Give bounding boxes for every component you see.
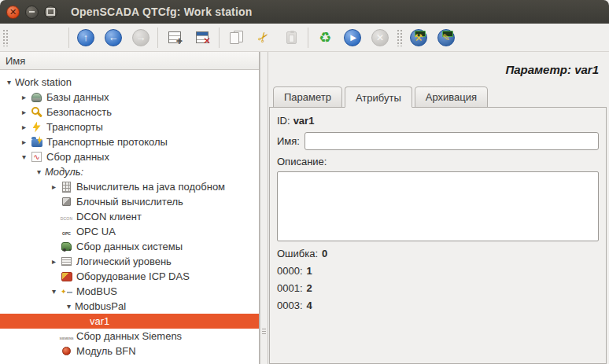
tree-item-label: OPC UA xyxy=(76,226,116,237)
tree-item[interactable]: ▸Логический уровень xyxy=(0,254,259,269)
add-item-button[interactable] xyxy=(164,27,186,49)
tree-item-label: Блочный вычислитель xyxy=(76,196,183,208)
splitter-handle[interactable] xyxy=(260,52,268,364)
tab-2[interactable]: Архивация xyxy=(415,86,488,108)
tab-0[interactable]: Параметр xyxy=(273,86,342,108)
tree-item[interactable]: Модуль BFN xyxy=(0,344,259,358)
siemens-icon-slot xyxy=(60,330,73,343)
tree-item[interactable]: ▾ModBUS xyxy=(0,284,259,299)
data-acquisition-icon-slot xyxy=(30,151,43,164)
close-button[interactable]: ✕ xyxy=(6,6,20,19)
tree-item[interactable]: ▸Транспорты xyxy=(0,119,259,134)
navigation-tree-panel: Имя ▾Work station▸Базы данных▸Безопаснос… xyxy=(0,52,260,364)
logic-level-icon xyxy=(61,257,72,266)
tree-item[interactable]: Сбор данных Siemens xyxy=(0,329,259,344)
expander-icon[interactable]: ▸ xyxy=(18,123,30,131)
databases-icon-slot xyxy=(30,91,43,104)
tree-item[interactable]: ▾ModbusPal xyxy=(0,299,259,314)
up-button[interactable] xyxy=(75,27,97,49)
copy-button[interactable] xyxy=(225,27,247,49)
tool2-icon xyxy=(437,29,455,46)
expander-icon[interactable]: ▾ xyxy=(33,167,45,176)
tree-item-label: DCON клиент xyxy=(76,211,142,222)
attribute-row[interactable]: 0000:1 xyxy=(277,265,599,277)
tree-item[interactable]: ▸Безопасность xyxy=(0,105,259,119)
minimize-button[interactable] xyxy=(25,6,39,19)
attribute-row[interactable]: 0001:2 xyxy=(277,282,599,294)
expander-icon[interactable]: ▾ xyxy=(3,78,15,86)
tree-item[interactable]: Блочный вычислитель xyxy=(0,194,259,209)
expander-icon[interactable]: ▸ xyxy=(18,138,30,146)
maximize-button[interactable] xyxy=(44,6,57,19)
name-input[interactable] xyxy=(304,132,599,150)
titlebar: ✕ OpenSCADA QTCfg: Work station xyxy=(0,0,609,24)
del-item-button[interactable] xyxy=(191,27,213,49)
tree-item[interactable]: ▸Транспортные протоколы xyxy=(0,134,259,149)
back-button[interactable] xyxy=(102,27,124,49)
id-value: var1 xyxy=(293,115,315,127)
tree-item[interactable]: ▸Вычислитель на java подобном xyxy=(0,179,259,194)
tree-item-label: Базы данных xyxy=(46,91,109,103)
modbus-icon-slot xyxy=(60,285,73,298)
icpdas-icon xyxy=(61,272,72,281)
tree-item-label: Оборудование ICP DAS xyxy=(76,270,190,282)
paste-icon xyxy=(286,31,297,44)
icpdas-icon-slot xyxy=(60,270,73,283)
tool2-button[interactable] xyxy=(435,27,457,49)
tree-item[interactable]: Оборудование ICP DAS xyxy=(0,269,259,284)
description-textarea[interactable] xyxy=(277,171,599,241)
tree-item-label: Логический уровень xyxy=(76,256,172,267)
name-row: Имя: xyxy=(277,132,599,150)
tree-item[interactable]: var1 xyxy=(0,314,259,329)
tree-item[interactable] xyxy=(0,358,259,364)
tree-body: ▾Work station▸Базы данных▸Безопасность▸Т… xyxy=(0,70,259,364)
attribute-value: 2 xyxy=(307,282,312,294)
attribute-label: 0003: xyxy=(277,300,303,311)
data-acquisition-icon xyxy=(31,152,42,162)
attribute-row[interactable]: Ошибка:0 xyxy=(277,248,599,259)
start-button[interactable] xyxy=(341,27,364,49)
tab-bar: ПараметрАтрибутыАрхивация xyxy=(273,86,607,107)
tree-item-label: Модуль: xyxy=(45,166,83,178)
security-icon-slot xyxy=(30,106,43,119)
toolbar-grip[interactable] xyxy=(397,29,402,46)
tree-item[interactable]: ▾Work station xyxy=(0,75,259,90)
tree-item[interactable]: ▾Модуль: xyxy=(0,164,259,179)
expander-icon[interactable]: ▸ xyxy=(48,182,60,191)
forward-button[interactable] xyxy=(130,27,152,49)
tree-item-label: Вычислитель на java подобном xyxy=(76,181,225,193)
tree-item[interactable]: OPC UA xyxy=(0,224,259,239)
bfn-icon-slot xyxy=(60,345,73,358)
toolbar xyxy=(0,24,609,52)
page-title: Параметр: var1 xyxy=(269,63,599,76)
id-label: ID: xyxy=(277,115,290,127)
attribute-value: 1 xyxy=(307,265,312,277)
load-from-db-button[interactable] xyxy=(13,27,35,49)
forward-icon xyxy=(132,29,149,46)
tool1-button[interactable] xyxy=(408,27,430,49)
expander-icon[interactable]: ▾ xyxy=(63,302,75,311)
toolbar-grip[interactable] xyxy=(2,29,8,46)
attribute-row[interactable]: 0003:4 xyxy=(277,300,599,311)
tab-1[interactable]: Атрибуты xyxy=(345,86,412,108)
expander-icon[interactable]: ▸ xyxy=(48,257,60,266)
java-calc-icon xyxy=(62,182,71,193)
protocols-icon xyxy=(31,139,42,147)
protocols-icon-slot xyxy=(30,136,43,149)
expander-icon[interactable]: ▾ xyxy=(48,287,60,296)
tree-item[interactable]: ▾Сбор данных xyxy=(0,149,259,164)
system-da-icon xyxy=(61,242,72,251)
save-to-db-button[interactable] xyxy=(41,27,63,49)
cut-icon xyxy=(258,29,269,46)
tree-item[interactable]: DCON клиент xyxy=(0,209,259,224)
tree-item[interactable]: ▸Базы данных xyxy=(0,90,259,105)
cut-button[interactable] xyxy=(253,27,275,49)
expander-icon[interactable]: ▾ xyxy=(18,153,30,161)
stop-button[interactable] xyxy=(369,27,391,49)
expander-icon[interactable]: ▸ xyxy=(18,108,30,116)
tree-item[interactable]: Сбор данных системы xyxy=(0,239,259,254)
paste-button[interactable] xyxy=(280,27,302,49)
refresh-button[interactable] xyxy=(314,27,336,49)
expander-icon[interactable]: ▸ xyxy=(18,93,30,101)
description-label: Описание: xyxy=(277,156,599,167)
